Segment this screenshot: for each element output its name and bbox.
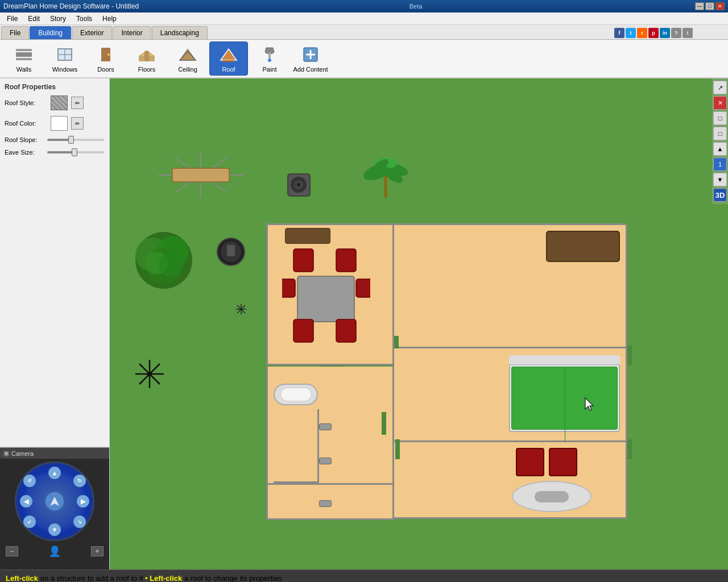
svg-rect-16 xyxy=(268,52,271,59)
menu-file[interactable]: File xyxy=(2,14,22,24)
info-button[interactable]: i xyxy=(682,28,693,38)
nav-button-up[interactable]: ▲ xyxy=(713,142,727,156)
roof-color-swatch[interactable] xyxy=(51,116,68,131)
door-right-3 xyxy=(627,439,632,459)
room-bedroom1 xyxy=(394,223,627,348)
camera-up-button[interactable]: ▲ xyxy=(48,467,61,479)
minimize-button[interactable]: — xyxy=(695,2,704,10)
svg-point-45 xyxy=(159,252,184,277)
svg-point-8 xyxy=(107,53,110,56)
roof-style-swatch[interactable] xyxy=(51,95,68,110)
status-left-click-2: Left-click xyxy=(150,574,182,582)
camera-rotate-down-right-button[interactable]: ↘ xyxy=(73,516,86,528)
bedroom1-couch xyxy=(546,231,620,262)
tool-windows[interactable]: Windows xyxy=(46,41,84,76)
status-left-click-1: Left-click xyxy=(6,574,38,582)
nav-button-1[interactable]: ↗ xyxy=(713,81,727,94)
room-bedroom2 xyxy=(394,348,627,442)
camera-right-button[interactable]: ▶ xyxy=(77,495,89,508)
paint-icon xyxy=(259,44,280,65)
status-text-1: on a structure to add a roof to it xyxy=(40,574,145,582)
menu-edit[interactable]: Edit xyxy=(23,14,44,24)
svg-point-33 xyxy=(297,183,300,186)
toolbar: Walls Windows Doors xyxy=(0,40,728,78)
tab-exterior[interactable]: Exterior xyxy=(72,26,112,39)
nav-button-3[interactable]: □ xyxy=(713,111,727,125)
roof-properties-panel: Roof Properties Roof Style: ✏ Roof Color… xyxy=(0,78,109,447)
camera-rotate-left-button[interactable]: ↺ xyxy=(23,475,36,487)
zoom-out-button[interactable]: − xyxy=(6,546,18,556)
canvas-area[interactable]: ↗ ✕ □ □ ▲ 1 ▼ 3D xyxy=(110,78,728,569)
tool-ceiling[interactable]: Ceiling xyxy=(168,41,207,76)
svg-rect-6 xyxy=(58,49,72,60)
roof-slope-row: Roof Slope: xyxy=(5,136,105,143)
social-rss[interactable]: r xyxy=(637,28,647,38)
camera-panel: ▣ Camera ▲ ▼ ◀ ▶ ↺ ↻ ↙ ↘ xyxy=(0,447,109,569)
app-title: DreamPlan Home Design Software - Untitle… xyxy=(3,2,139,10)
nav-button-1d[interactable]: 1 xyxy=(713,157,727,171)
tab-interior[interactable]: Interior xyxy=(113,26,151,39)
floor-plan[interactable] xyxy=(266,223,627,516)
nav-button-close[interactable]: ✕ xyxy=(713,96,727,110)
tool-roof[interactable]: Roof xyxy=(209,41,248,76)
left-panel: Roof Properties Roof Style: ✏ Roof Color… xyxy=(0,78,110,569)
social-twitter[interactable]: t xyxy=(626,28,636,38)
menu-tools[interactable]: Tools xyxy=(72,14,97,24)
camera-rotate-right-button[interactable]: ↻ xyxy=(73,475,86,487)
outdoor-tree-left xyxy=(133,229,195,292)
svg-rect-0 xyxy=(16,52,32,57)
nav-button-4[interactable]: □ xyxy=(713,127,727,140)
nav-button-down[interactable]: ▼ xyxy=(713,173,727,186)
nav-button-3d[interactable]: 3D xyxy=(713,188,727,202)
outdoor-decoration-star xyxy=(235,303,247,315)
social-linkedin[interactable]: in xyxy=(660,28,670,38)
roof-slope-label: Roof Slope: xyxy=(5,136,47,143)
switch-3 xyxy=(319,500,332,507)
maximize-button[interactable]: □ xyxy=(705,2,714,10)
svg-rect-56 xyxy=(293,249,313,272)
tool-add-content[interactable]: Add Content xyxy=(291,41,330,76)
social-pinterest[interactable]: p xyxy=(648,28,659,38)
svg-rect-60 xyxy=(282,279,295,297)
camera-center-button[interactable] xyxy=(44,491,65,512)
tool-doors[interactable]: Doors xyxy=(86,41,125,76)
tool-walls[interactable]: Walls xyxy=(5,41,43,76)
coffee-table xyxy=(512,481,592,512)
eave-size-slider[interactable] xyxy=(47,151,104,153)
tool-paint[interactable]: Paint xyxy=(250,41,289,76)
switch-1 xyxy=(319,423,332,430)
roof-color-edit-button[interactable]: ✏ xyxy=(71,117,84,130)
menu-story[interactable]: Story xyxy=(46,14,71,24)
svg-rect-26 xyxy=(172,168,229,182)
tool-floors[interactable]: Floors xyxy=(127,41,166,76)
outdoor-trash xyxy=(217,236,245,268)
outdoor-speaker xyxy=(283,169,315,201)
menu-help[interactable]: Help xyxy=(98,14,121,24)
camera-rotate-down-left-button[interactable]: ↙ xyxy=(23,516,36,528)
outdoor-decoration-snowflake xyxy=(133,357,167,391)
svg-marker-14 xyxy=(221,49,237,60)
menu-bar: File Edit Story Tools Help xyxy=(0,13,728,25)
outdoor-palm-tree xyxy=(360,152,411,203)
help-button[interactable]: ? xyxy=(671,28,681,38)
room-divider xyxy=(268,483,396,485)
roof-style-label: Roof Style: xyxy=(5,99,47,106)
camera-down-button[interactable]: ▼ xyxy=(48,523,61,536)
svg-rect-59 xyxy=(336,319,356,342)
social-facebook[interactable]: f xyxy=(614,28,624,38)
close-button[interactable]: ✕ xyxy=(715,2,725,10)
eave-size-label: Eave Size: xyxy=(5,149,47,156)
roof-slope-slider[interactable] xyxy=(47,139,104,141)
tab-building[interactable]: Building xyxy=(30,26,71,39)
roof-style-edit-button[interactable]: ✏ xyxy=(71,97,84,109)
camera-label: Camera xyxy=(11,450,34,457)
bathroom-wall xyxy=(274,409,319,483)
tab-landscaping[interactable]: Landscaping xyxy=(152,26,208,39)
svg-point-50 xyxy=(147,372,152,376)
svg-rect-57 xyxy=(336,249,356,272)
tab-file[interactable]: File xyxy=(1,26,29,39)
camera-left-button[interactable]: ◀ xyxy=(20,495,32,508)
door-right-1 xyxy=(395,439,400,459)
zoom-in-button[interactable]: + xyxy=(91,546,104,556)
door-passage xyxy=(382,412,386,435)
